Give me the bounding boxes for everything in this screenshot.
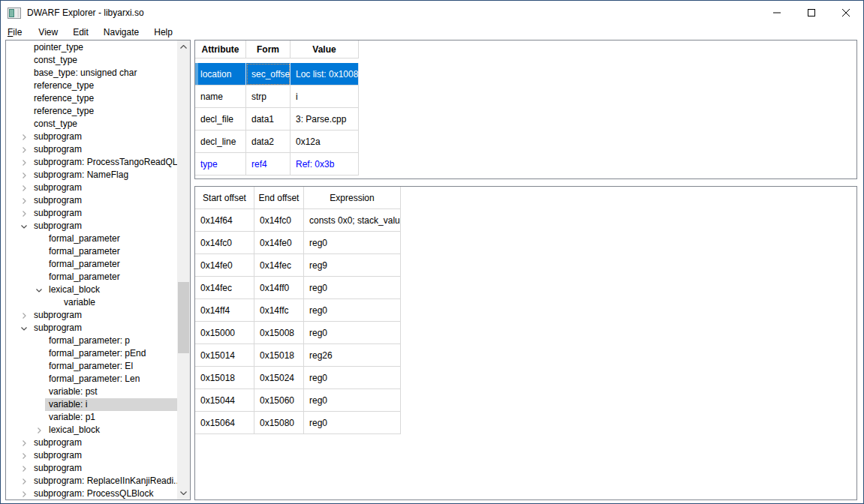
attr-table-cell[interactable]: Ref: 0x3b: [291, 153, 359, 176]
tree-item[interactable]: formal_parameter: [6, 245, 177, 258]
tree-item[interactable]: formal_parameter: [6, 258, 177, 271]
scrollbar-thumb[interactable]: [178, 282, 189, 353]
tree-item[interactable]: subprogram: [6, 182, 177, 194]
tree-item[interactable]: subprogram: [6, 130, 177, 143]
loc-table-cell[interactable]: 0x14fec: [195, 277, 254, 299]
tree-item[interactable]: subprogram: [6, 194, 177, 207]
loc-table-cell[interactable]: reg0: [304, 299, 401, 322]
attr-table-cell[interactable]: decl_file: [195, 108, 246, 130]
chevron-right-icon[interactable]: [18, 437, 30, 449]
loc-table-cell[interactable]: 0x14fe0: [195, 254, 254, 277]
chevron-right-icon[interactable]: [18, 170, 30, 182]
tree-item[interactable]: base_type: unsigned char: [6, 67, 177, 80]
attr-table-cell[interactable]: i: [291, 86, 359, 108]
loc-table-cell[interactable]: 0x15018: [195, 367, 254, 389]
minimize-button[interactable]: [760, 1, 794, 25]
chevron-down-icon[interactable]: [33, 284, 45, 296]
tree-item[interactable]: variable: i: [6, 398, 177, 411]
menu-file[interactable]: File: [7, 25, 31, 40]
tree-item[interactable]: subprogram: [6, 220, 177, 232]
menu-view[interactable]: View: [31, 25, 65, 40]
tree-item[interactable]: reference_type: [6, 105, 177, 118]
loc-table-cell[interactable]: 0x14ff4: [195, 299, 254, 322]
menu-edit[interactable]: Edit: [65, 25, 96, 40]
chevron-right-icon[interactable]: [18, 131, 30, 143]
chevron-right-icon[interactable]: [18, 450, 30, 462]
loc-table-cell[interactable]: 0x14fc0: [254, 209, 304, 232]
tree-item[interactable]: pointer_type: [6, 41, 177, 54]
chevron-down-icon[interactable]: [18, 322, 30, 334]
tree-item[interactable]: lexical_block: [6, 424, 177, 436]
tree-item[interactable]: subprogram: [6, 143, 177, 156]
attr-table-cell[interactable]: Loc list: 0x10081: [291, 63, 359, 86]
attr-table-cell[interactable]: decl_line: [195, 130, 246, 153]
chevron-right-icon[interactable]: [18, 157, 30, 169]
chevron-right-icon[interactable]: [18, 488, 30, 500]
attr-table-cell[interactable]: ref4: [246, 153, 291, 176]
tree-item[interactable]: variable: [6, 296, 177, 309]
loc-table-cell[interactable]: 0x14fc0: [195, 232, 254, 254]
tree-item[interactable]: reference_type: [6, 92, 177, 105]
loc-table-cell[interactable]: 0x15008: [254, 322, 304, 344]
attr-table-cell[interactable]: 0x12a: [291, 130, 359, 153]
tree-item[interactable]: subprogram: [6, 309, 177, 322]
tree-item[interactable]: reference_type: [6, 80, 177, 92]
attr-table-cell[interactable]: type: [195, 153, 246, 176]
loc-table-cell[interactable]: 0x15018: [254, 344, 304, 367]
loc-table-cell[interactable]: 0x15060: [254, 389, 304, 412]
chevron-right-icon[interactable]: [18, 476, 30, 488]
scroll-up-icon[interactable]: [177, 40, 190, 53]
tree-item[interactable]: variable: p1: [6, 411, 177, 424]
attr-table-cell[interactable]: sec_offset: [246, 63, 291, 86]
tree-item[interactable]: formal_parameter: pEnd: [6, 347, 177, 360]
attr-table-cell[interactable]: data1: [246, 108, 291, 130]
chevron-right-icon[interactable]: [18, 208, 30, 220]
loc-table-cell[interactable]: reg0: [304, 412, 401, 434]
loc-table-cell[interactable]: 0x14fec: [254, 254, 304, 277]
loc-table-cell[interactable]: 0x15000: [195, 322, 254, 344]
attr-table-cell[interactable]: location: [195, 63, 246, 86]
tree-item[interactable]: subprogram: ReplaceIInKanjiReadi...: [6, 475, 177, 488]
loc-table-cell[interactable]: 0x15014: [195, 344, 254, 367]
tree-item[interactable]: formal_parameter: p: [6, 334, 177, 347]
attr-table-cell[interactable]: strp: [246, 86, 291, 108]
loc-table-cell[interactable]: 0x14fe0: [254, 232, 304, 254]
tree-item[interactable]: formal_parameter: [6, 271, 177, 284]
chevron-down-icon[interactable]: [18, 220, 30, 232]
tree-item[interactable]: lexical_block: [6, 284, 177, 296]
loc-table-cell[interactable]: consts 0x0; stack_value: [304, 209, 401, 232]
loc-table-cell[interactable]: 0x15044: [195, 389, 254, 412]
loc-table-cell[interactable]: 0x14ffc: [254, 299, 304, 322]
loc-table-cell[interactable]: reg0: [304, 389, 401, 412]
chevron-right-icon[interactable]: [18, 195, 30, 207]
tree-item[interactable]: const_type: [6, 118, 177, 130]
chevron-right-icon[interactable]: [18, 463, 30, 475]
tree-item[interactable]: formal_parameter: El: [6, 360, 177, 373]
tree-item[interactable]: subprogram: ProcessTangoReadQL: [6, 156, 177, 169]
tree-item[interactable]: const_type: [6, 54, 177, 67]
tree-item[interactable]: subprogram: [6, 449, 177, 462]
menu-help[interactable]: Help: [146, 25, 180, 40]
loc-table-cell[interactable]: reg0: [304, 367, 401, 389]
loc-table-cell[interactable]: 0x14ff0: [254, 277, 304, 299]
attr-table-cell[interactable]: 3: Parse.cpp: [291, 108, 359, 130]
maximize-button[interactable]: [794, 1, 829, 25]
chevron-right-icon[interactable]: [33, 424, 45, 436]
tree-item[interactable]: subprogram: NameFlag: [6, 169, 177, 182]
chevron-right-icon[interactable]: [18, 144, 30, 156]
tree-item[interactable]: subprogram: [6, 322, 177, 334]
loc-table-cell[interactable]: 0x15080: [254, 412, 304, 434]
loc-table-cell[interactable]: 0x15024: [254, 367, 304, 389]
loc-table-cell[interactable]: reg0: [304, 277, 401, 299]
loc-table-cell[interactable]: reg0: [304, 232, 401, 254]
loc-table-cell[interactable]: reg9: [304, 254, 401, 277]
loc-table-cell[interactable]: 0x14f64: [195, 209, 254, 232]
tree-item[interactable]: subprogram: ProcessQLBlock: [6, 488, 177, 500]
close-button[interactable]: [829, 1, 863, 25]
scroll-down-icon[interactable]: [177, 487, 190, 500]
chevron-right-icon[interactable]: [18, 182, 30, 194]
tree-item[interactable]: formal_parameter: [6, 232, 177, 245]
tree-scrollbar[interactable]: [177, 40, 190, 500]
tree-item[interactable]: subprogram: [6, 207, 177, 220]
loc-table-cell[interactable]: 0x15064: [195, 412, 254, 434]
